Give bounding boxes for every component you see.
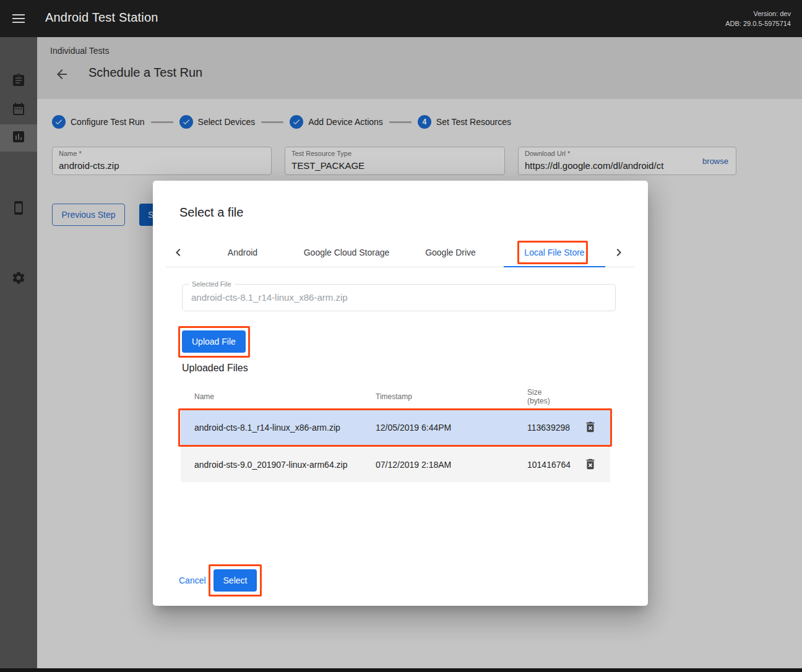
app: Android Test Station Version: dev ADB: 2… [0, 0, 802, 672]
tab-google-cloud-storage[interactable]: Google Cloud Storage [295, 238, 399, 267]
download-url-field[interactable]: Download Url * https://dl.google.com/dl/… [518, 147, 736, 175]
step-connector [151, 121, 173, 123]
name-field-label: Name * [59, 150, 82, 157]
sidebar-item-devices[interactable] [0, 196, 37, 223]
browse-link[interactable]: browse [702, 157, 728, 166]
tab-google-drive[interactable]: Google Drive [399, 238, 502, 267]
sidebar-item-results[interactable] [0, 124, 37, 152]
uploaded-files-table: Name Timestamp Size (bytes) android-cts-… [181, 384, 610, 482]
type-field-value: TEST_PACKAGE [291, 160, 364, 171]
column-header-timestamp: Timestamp [376, 392, 527, 401]
bar-chart-icon [11, 129, 26, 147]
previous-step-button[interactable]: Previous Step [52, 204, 125, 226]
app-title: Android Test Station [45, 11, 158, 25]
upload-file-button[interactable]: Upload File [182, 330, 246, 353]
table-row[interactable]: android-sts-9.0_201907-linux-arm64.zip 0… [181, 447, 610, 482]
sidebar-item-settings[interactable] [0, 265, 37, 293]
file-name-cell: android-cts-8.1_r14-linux_x86-arm.zip [194, 423, 376, 433]
selected-file-label: Selected File [189, 280, 235, 288]
step-connector [389, 121, 412, 123]
sidebar [0, 37, 37, 668]
size-header-line1: Size [527, 388, 578, 397]
step-number-badge: 4 [418, 115, 431, 129]
tab-label: Android [228, 248, 257, 257]
breadcrumb: Individual Tests [50, 46, 109, 56]
column-header-size: Size (bytes) [527, 388, 578, 405]
step-complete-icon [290, 115, 303, 129]
step-label: Add Device Actions [308, 117, 383, 127]
tab-label: Google Cloud Storage [304, 248, 390, 257]
test-resource-type-field[interactable]: Test Resource Type TEST_PACKAGE [285, 147, 505, 175]
tab-local-file-store[interactable]: Local File Store [502, 238, 606, 267]
name-field-value: android-cts.zip [59, 160, 119, 171]
file-name-cell: android-sts-9.0_201907-linux-arm64.zip [194, 460, 376, 470]
delete-file-button[interactable] [578, 415, 603, 440]
step-configure-test-run[interactable]: Configure Test Run [52, 115, 145, 129]
back-arrow-icon[interactable] [54, 67, 69, 82]
gear-icon [11, 270, 26, 288]
menu-icon[interactable] [12, 14, 25, 23]
url-field-label: Download Url * [525, 150, 570, 157]
step-complete-icon [52, 115, 66, 129]
file-source-tabs: Android Google Cloud Storage Google Driv… [166, 238, 635, 267]
sidebar-item-plans[interactable] [0, 97, 37, 124]
tab-label: Local File Store [524, 248, 584, 257]
tab-label: Google Drive [425, 248, 476, 257]
table-row[interactable]: android-cts-8.1_r14-linux_x86-arm.zip 12… [181, 410, 610, 445]
chevron-right-icon[interactable] [606, 238, 631, 267]
size-header-line2: (bytes) [527, 397, 578, 405]
calendar-icon [11, 101, 26, 119]
select-file-dialog: Select a file Android Google Cloud Stora… [153, 181, 648, 606]
column-header-name: Name [194, 392, 376, 401]
stepper: Configure Test Run Select Devices Add De… [52, 115, 511, 129]
version-info: Version: dev ADB: 29.0.5-5975714 [725, 9, 791, 28]
step-label: Configure Test Run [71, 117, 145, 127]
cancel-button[interactable]: Cancel [179, 569, 206, 592]
step-label: Select Devices [198, 117, 256, 127]
type-field-label: Test Resource Type [291, 150, 351, 157]
top-app-bar: Android Test Station Version: dev ADB: 2… [0, 0, 802, 37]
selected-file-field[interactable]: Selected File android-cts-8.1_r14-linux_… [182, 284, 616, 311]
selected-file-value: android-cts-8.1_r14-linux_x86-arm.zip [183, 285, 615, 311]
timestamp-cell: 07/12/2019 2:18AM [376, 460, 527, 470]
smartphone-icon [11, 200, 26, 218]
tab-android[interactable]: Android [191, 238, 295, 267]
step-complete-icon [179, 115, 193, 129]
select-button[interactable]: Select [213, 569, 257, 592]
page-title: Schedule a Test Run [88, 66, 202, 80]
url-field-value: https://dl.google.com/dl/android/ct [525, 160, 687, 171]
step-label: Set Test Resources [436, 117, 511, 127]
uploaded-files-heading: Uploaded Files [182, 363, 248, 374]
size-cell: 113639298 [527, 423, 578, 433]
name-field[interactable]: Name * android-cts.zip [52, 147, 272, 175]
sidebar-item-tests[interactable] [0, 68, 37, 95]
step-select-devices[interactable]: Select Devices [179, 115, 256, 129]
trash-icon [584, 457, 597, 473]
page-header-band: Individual Tests Schedule a Test Run [37, 37, 802, 99]
size-cell: 101416764 [527, 460, 578, 470]
chevron-left-icon[interactable] [166, 238, 191, 267]
trash-icon [584, 420, 597, 436]
adb-version-line: ADB: 29.0.5-5975714 [725, 19, 791, 28]
timestamp-cell: 12/05/2019 6:44PM [376, 423, 527, 433]
table-header-row: Name Timestamp Size (bytes) [181, 384, 610, 410]
delete-file-button[interactable] [578, 452, 603, 477]
step-set-test-resources[interactable]: 4 Set Test Resources [418, 115, 511, 129]
dialog-title: Select a file [179, 205, 243, 220]
version-line: Version: dev [725, 9, 791, 19]
step-add-device-actions[interactable]: Add Device Actions [290, 115, 383, 129]
clipboard-icon [11, 73, 26, 90]
step-connector [261, 121, 283, 123]
